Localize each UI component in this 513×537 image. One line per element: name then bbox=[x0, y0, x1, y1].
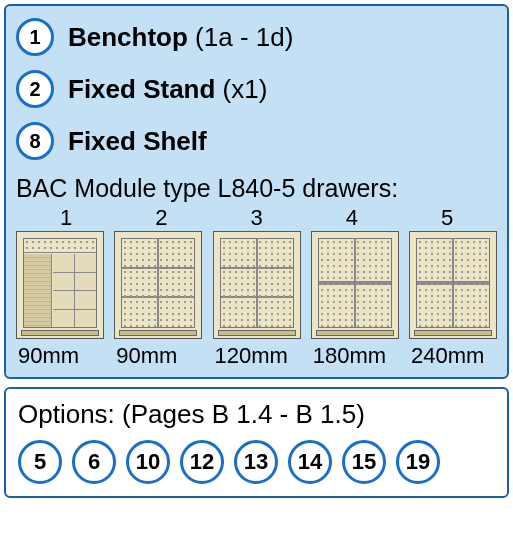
option-badge: 13 bbox=[234, 440, 278, 484]
drawer-icon bbox=[311, 231, 399, 339]
option-badge: 14 bbox=[288, 440, 332, 484]
option-badge: 19 bbox=[396, 440, 440, 484]
component-label: Fixed Stand (x1) bbox=[68, 74, 267, 105]
drawer-size: 120mm bbox=[213, 343, 301, 369]
component-row: 1 Benchtop (1a - 1d) bbox=[16, 18, 497, 56]
drawer-icon bbox=[16, 231, 104, 339]
drawers-row bbox=[16, 231, 497, 341]
option-badge: 15 bbox=[342, 440, 386, 484]
options-panel: Options: (Pages B 1.4 - B 1.5) 5 6 10 12… bbox=[4, 387, 509, 498]
drawer-icon bbox=[213, 231, 301, 339]
drawer-header: 1 bbox=[22, 205, 110, 231]
component-number-badge: 1 bbox=[16, 18, 54, 56]
drawer-header: 2 bbox=[117, 205, 205, 231]
component-row: 8 Fixed Shelf bbox=[16, 122, 497, 160]
component-row: 2 Fixed Stand (x1) bbox=[16, 70, 497, 108]
component-name: Fixed Stand bbox=[68, 74, 215, 104]
drawers-sizes-row: 90mm 90mm 120mm 180mm 240mm bbox=[16, 343, 497, 369]
drawer-icon bbox=[114, 231, 202, 339]
drawers-header-row: 1 2 3 4 5 bbox=[16, 205, 497, 231]
drawer-size: 90mm bbox=[16, 343, 104, 369]
component-label: Benchtop (1a - 1d) bbox=[68, 22, 293, 53]
components-panel: 1 Benchtop (1a - 1d) 2 Fixed Stand (x1) … bbox=[4, 4, 509, 379]
component-extra: (x1) bbox=[215, 74, 267, 104]
option-badge: 12 bbox=[180, 440, 224, 484]
options-row: 5 6 10 12 13 14 15 19 bbox=[18, 440, 495, 484]
component-number-badge: 2 bbox=[16, 70, 54, 108]
component-name: Benchtop bbox=[68, 22, 188, 52]
option-badge: 6 bbox=[72, 440, 116, 484]
component-number-badge: 8 bbox=[16, 122, 54, 160]
options-title: Options: (Pages B 1.4 - B 1.5) bbox=[18, 399, 495, 430]
drawer-header: 3 bbox=[213, 205, 301, 231]
module-title: BAC Module type L840-5 drawers: bbox=[16, 174, 497, 203]
page: 1 Benchtop (1a - 1d) 2 Fixed Stand (x1) … bbox=[0, 0, 513, 537]
drawer-header: 4 bbox=[308, 205, 396, 231]
drawer-size: 180mm bbox=[311, 343, 399, 369]
component-name: Fixed Shelf bbox=[68, 126, 207, 156]
drawer-size: 90mm bbox=[114, 343, 202, 369]
drawer-size: 240mm bbox=[409, 343, 497, 369]
component-extra: (1a - 1d) bbox=[188, 22, 294, 52]
drawer-header: 5 bbox=[403, 205, 491, 231]
drawer-icon bbox=[409, 231, 497, 339]
option-badge: 10 bbox=[126, 440, 170, 484]
option-badge: 5 bbox=[18, 440, 62, 484]
component-label: Fixed Shelf bbox=[68, 126, 207, 157]
